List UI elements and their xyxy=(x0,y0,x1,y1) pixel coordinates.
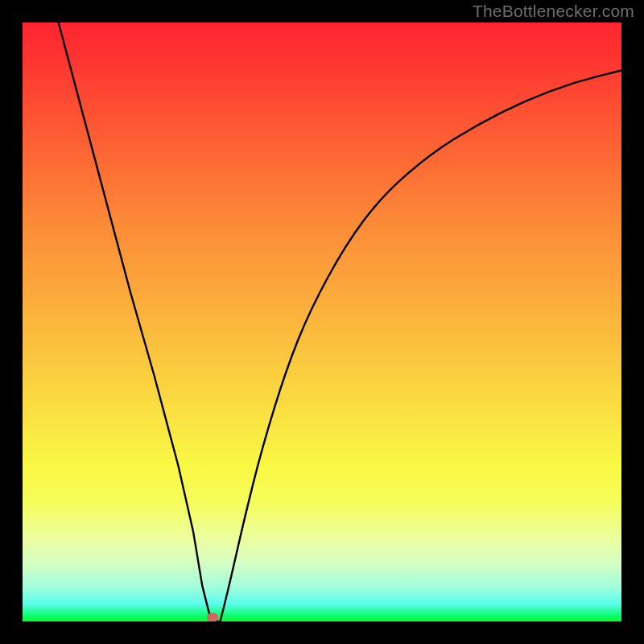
plot-area xyxy=(23,23,621,621)
watermark-text: TheBottlenecker.com xyxy=(473,2,634,21)
chart-frame: TheBottlenecker.com xyxy=(0,0,644,644)
optimal-point-marker xyxy=(207,613,218,621)
bottleneck-curve xyxy=(23,23,621,621)
